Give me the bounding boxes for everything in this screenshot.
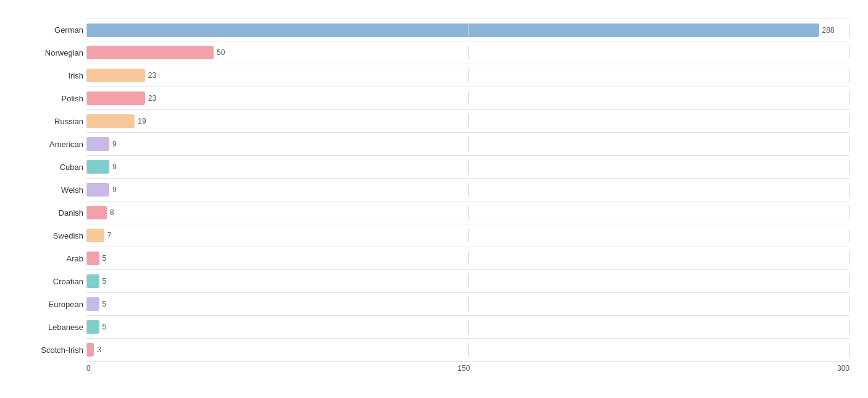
- bar-value: 5: [102, 323, 107, 331]
- bar: 23: [86, 69, 145, 82]
- table-row: Polish23: [86, 87, 849, 110]
- bar: 23: [86, 91, 145, 105]
- table-row: German288: [86, 19, 849, 41]
- bar-label: Swedish: [6, 231, 83, 240]
- bar-wrapper: 23: [86, 69, 849, 82]
- bar-label: Scotch-Irish: [6, 345, 83, 355]
- bar-wrapper: 5: [86, 252, 849, 265]
- table-row: Norwegian50: [86, 41, 849, 64]
- bar-value: 9: [112, 140, 117, 148]
- grid-line: [849, 229, 850, 242]
- grid-line: [849, 160, 850, 174]
- grid-line: [849, 297, 850, 311]
- bars-container: German288Norwegian50Irish23Polish23Russi…: [86, 19, 849, 362]
- bar-value: 3: [97, 345, 101, 354]
- bar: 19: [86, 114, 135, 128]
- bar: 5: [86, 297, 99, 311]
- grid-line: [468, 91, 469, 105]
- bar-wrapper: 3: [86, 343, 849, 357]
- bar: 7: [86, 229, 104, 242]
- bar: 288: [86, 23, 819, 37]
- table-row: Danish8: [86, 201, 849, 224]
- bar-label: Polish: [6, 94, 83, 103]
- bar-label: Welsh: [6, 185, 83, 195]
- grid-line: [849, 320, 850, 334]
- bar-wrapper: 9: [86, 137, 849, 151]
- grid-line: [468, 297, 469, 311]
- table-row: Croatian5: [86, 270, 849, 293]
- grid-line: [849, 206, 850, 219]
- grid-line: [468, 252, 469, 265]
- grid-line: [849, 114, 850, 128]
- bar-label: Irish: [6, 71, 83, 80]
- grid-line: [468, 46, 469, 59]
- table-row: Irish23: [86, 64, 849, 87]
- bar: 5: [86, 274, 99, 288]
- bar-wrapper: 5: [86, 320, 849, 334]
- bar-label: Cuban: [6, 163, 83, 172]
- bar-label: Danish: [6, 208, 83, 218]
- table-row: Scotch-Irish3: [86, 339, 849, 362]
- bar: 5: [86, 252, 99, 265]
- grid-line: [468, 160, 469, 174]
- bar-value: 7: [107, 231, 112, 240]
- table-row: American9: [86, 133, 849, 156]
- bar: 50: [86, 46, 214, 59]
- bar-value: 23: [148, 94, 156, 103]
- bar-label: European: [6, 300, 83, 309]
- table-row: Cuban9: [86, 156, 849, 179]
- grid-line: [849, 252, 850, 265]
- bar: 9: [86, 160, 109, 174]
- table-row: Arab5: [86, 247, 849, 270]
- table-row: Russian19: [86, 110, 849, 133]
- grid-line: [468, 320, 469, 334]
- grid-line: [849, 343, 850, 357]
- x-axis-label: 150: [457, 364, 470, 373]
- bar-value: 5: [102, 300, 107, 308]
- x-axis-label: 300: [837, 364, 849, 373]
- bar: 8: [86, 206, 107, 219]
- bar-label: Norwegian: [6, 48, 83, 57]
- bar: 5: [86, 320, 99, 334]
- bar-value: 50: [217, 48, 225, 57]
- bar-label: Lebanese: [6, 323, 83, 332]
- grid-line: [468, 137, 469, 151]
- bar-label: Arab: [6, 254, 83, 263]
- table-row: European5: [86, 293, 849, 316]
- bar: 3: [86, 343, 94, 357]
- grid-line: [468, 206, 469, 219]
- bar-wrapper: 9: [86, 183, 849, 197]
- bar: 9: [86, 137, 109, 151]
- bar-label: Croatian: [6, 277, 83, 286]
- x-axis: 0150300: [86, 362, 849, 373]
- bar-label: German: [6, 25, 83, 35]
- bar-wrapper: 50: [86, 46, 849, 59]
- bar-value: 23: [148, 71, 156, 80]
- bar-value: 8: [110, 208, 114, 217]
- grid-line: [849, 137, 850, 151]
- grid-line: [849, 23, 850, 37]
- bar-wrapper: 5: [86, 297, 849, 311]
- grid-line: [468, 114, 469, 128]
- bar-wrapper: 9: [86, 160, 849, 174]
- bar-value: 5: [102, 254, 107, 263]
- bar-wrapper: 23: [86, 91, 849, 105]
- bar-label: American: [6, 140, 83, 149]
- bar: 9: [86, 183, 109, 197]
- grid-line: [849, 183, 850, 197]
- grid-line: [468, 343, 469, 357]
- table-row: Welsh9: [86, 179, 849, 201]
- bar-wrapper: 19: [86, 114, 849, 128]
- bar-value: 9: [112, 185, 117, 194]
- grid-line: [468, 229, 469, 242]
- bar-wrapper: 8: [86, 206, 849, 219]
- bar-wrapper: 5: [86, 274, 849, 288]
- grid-line: [849, 91, 850, 105]
- bar-wrapper: 288: [86, 23, 849, 37]
- grid-line: [468, 183, 469, 197]
- grid-line: [849, 69, 850, 82]
- chart-area: German288Norwegian50Irish23Polish23Russi…: [6, 19, 862, 373]
- grid-line: [849, 46, 850, 59]
- bar-value: 5: [102, 277, 107, 286]
- bar-value: 288: [822, 26, 835, 35]
